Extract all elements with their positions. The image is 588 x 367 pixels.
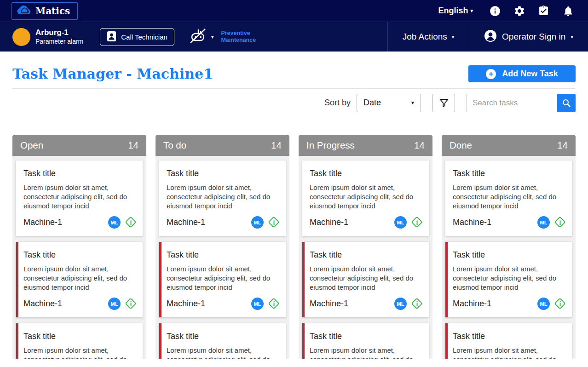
- sort-by-select[interactable]: Date ▼: [357, 94, 421, 112]
- ml-badge: ML: [251, 298, 264, 310]
- add-new-task-button[interactable]: + Add New Task: [468, 65, 576, 82]
- info-diamond-icon[interactable]: i: [268, 298, 280, 310]
- task-card[interactable]: Task title Lorem ipsum dolor sit amet, c…: [302, 323, 429, 359]
- task-card-footer: Machine-1 ML i: [310, 298, 423, 310]
- machine-alarm-status-indicator[interactable]: [12, 28, 30, 46]
- task-title: Task title: [23, 169, 137, 178]
- cloud-logo-icon: [17, 5, 31, 17]
- task-card[interactable]: Task title Lorem ipsum dolor sit amet, c…: [16, 161, 143, 236]
- task-card[interactable]: Task title Lorem ipsum dolor sit amet, c…: [302, 242, 429, 317]
- checklist-clipboard-icon[interactable]: [537, 5, 550, 17]
- column-body: Task title Lorem ipsum dolor sit amet, c…: [442, 156, 576, 359]
- info-diamond-icon[interactable]: i: [411, 298, 423, 310]
- task-machine-label: Machine-1: [453, 218, 491, 227]
- operator-sign-in-menu[interactable]: Operator Sign in ▾: [469, 22, 588, 52]
- ml-badge: ML: [251, 216, 264, 229]
- column-header: Open 14: [12, 135, 146, 156]
- robot-disabled-icon: [189, 28, 208, 46]
- task-card[interactable]: Task title Lorem ipsum dolor sit amet, c…: [16, 242, 143, 317]
- ml-badge: ML: [108, 216, 121, 229]
- task-card[interactable]: Task title Lorem ipsum dolor sit amet, c…: [302, 161, 429, 236]
- task-title: Task title: [167, 332, 280, 341]
- task-title: Task title: [310, 169, 423, 178]
- task-title: Task title: [453, 250, 566, 260]
- info-diamond-icon[interactable]: i: [554, 216, 566, 229]
- task-machine-label: Machine-1: [167, 218, 205, 227]
- task-card-footer: Machine-1 ML i: [167, 216, 280, 229]
- task-card[interactable]: Task title Lorem ipsum dolor sit amet, c…: [159, 323, 286, 359]
- filter-funnel-icon: [438, 97, 450, 109]
- chevron-down-icon: ▾: [571, 34, 573, 40]
- column-name: In Progress: [306, 140, 355, 151]
- filter-button[interactable]: [432, 94, 455, 112]
- call-technician-label: Call Technician: [121, 33, 167, 41]
- preventive-maintenance-label: Preventive Maintenance: [221, 30, 256, 44]
- task-title: Task title: [23, 332, 137, 341]
- settings-gear-icon[interactable]: [513, 5, 525, 17]
- task-card[interactable]: Task title Lorem ipsum dolor sit amet, c…: [445, 323, 572, 359]
- task-title: Task title: [453, 169, 566, 178]
- task-card-footer: Machine-1 ML i: [453, 216, 566, 229]
- task-description: Lorem ipsum dolor sit amet, consectetur …: [310, 346, 423, 359]
- task-title: Task title: [23, 250, 137, 260]
- add-new-task-label: Add New Task: [502, 69, 558, 79]
- task-description: Lorem ipsum dolor sit amet, consectetur …: [453, 264, 566, 292]
- column-count-badge: 14: [128, 140, 138, 151]
- chevron-down-icon: ▾: [470, 8, 473, 14]
- column-header: To do 14: [156, 135, 289, 156]
- logo-text: Matics: [35, 6, 70, 17]
- machine-navbar: Arburg-1 Parameter alarm Call Technician: [0, 22, 588, 52]
- job-actions-label: Job Actions: [403, 32, 447, 42]
- ml-badge: ML: [108, 298, 121, 310]
- chevron-down-icon: ▾: [211, 34, 214, 40]
- ml-badge: ML: [537, 216, 550, 229]
- info-diamond-icon[interactable]: i: [268, 216, 280, 229]
- search-group: [467, 94, 576, 112]
- language-label: English: [438, 6, 468, 16]
- plus-icon: +: [486, 69, 496, 79]
- search-button[interactable]: [557, 94, 576, 112]
- info-diamond-icon[interactable]: i: [125, 298, 137, 310]
- notifications-bell-icon[interactable]: [562, 5, 574, 17]
- page-title: Task Manager - Machine1: [12, 66, 213, 82]
- task-description: Lorem ipsum dolor sit amet, consectetur …: [23, 264, 137, 292]
- info-diamond-icon[interactable]: i: [411, 216, 423, 229]
- job-actions-menu[interactable]: Job Actions ▾: [387, 22, 469, 52]
- machine-info: Arburg-1 Parameter alarm: [35, 28, 83, 46]
- task-description: Lorem ipsum dolor sit amet, consectetur …: [23, 183, 137, 211]
- info-diamond-icon[interactable]: i: [125, 216, 137, 229]
- task-card[interactable]: Task title Lorem ipsum dolor sit amet, c…: [445, 242, 572, 317]
- info-diamond-icon[interactable]: i: [554, 298, 566, 310]
- column-body: Task title Lorem ipsum dolor sit amet, c…: [299, 156, 432, 359]
- call-technician-button[interactable]: Call Technician: [100, 28, 174, 46]
- task-machine-label: Machine-1: [23, 299, 62, 309]
- column-name: To do: [163, 140, 186, 151]
- task-description: Lorem ipsum dolor sit amet, consectetur …: [167, 264, 280, 292]
- machine-status: Parameter alarm: [35, 37, 83, 46]
- task-card[interactable]: Task title Lorem ipsum dolor sit amet, c…: [159, 242, 286, 317]
- info-icon[interactable]: [489, 5, 501, 17]
- task-card[interactable]: Task title Lorem ipsum dolor sit amet, c…: [445, 161, 572, 236]
- task-title: Task title: [310, 332, 423, 341]
- task-card-footer: Machine-1 ML i: [453, 298, 566, 310]
- sort-by-label: Sort by: [324, 98, 351, 108]
- chevron-down-icon: ▾: [452, 34, 455, 40]
- task-card[interactable]: Task title Lorem ipsum dolor sit amet, c…: [159, 161, 286, 236]
- column-count-badge: 14: [271, 140, 282, 151]
- kanban-board: Open 14 Task title Lorem ipsum dolor sit…: [12, 135, 576, 359]
- column-count-badge: 14: [557, 140, 568, 151]
- task-description: Lorem ipsum dolor sit amet, consectetur …: [453, 346, 566, 359]
- search-input[interactable]: [467, 94, 557, 112]
- language-selector[interactable]: English ▾: [438, 6, 473, 16]
- kanban-column-to-do: To do 14 Task title Lorem ipsum dolor si…: [156, 135, 289, 359]
- machine-name: Arburg-1: [35, 28, 83, 37]
- ml-badge: ML: [394, 216, 407, 229]
- task-description: Lorem ipsum dolor sit amet, consectetur …: [167, 346, 280, 359]
- task-card-footer: Machine-1 ML i: [167, 298, 280, 310]
- search-icon: [561, 98, 571, 108]
- column-name: Done: [450, 140, 472, 151]
- matics-logo[interactable]: Matics: [12, 2, 78, 20]
- preventive-maintenance-control[interactable]: ▾ Preventive Maintenance: [189, 28, 256, 46]
- task-card-footer: Machine-1 ML i: [310, 216, 423, 229]
- task-card[interactable]: Task title Lorem ipsum dolor sit amet, c…: [16, 323, 143, 359]
